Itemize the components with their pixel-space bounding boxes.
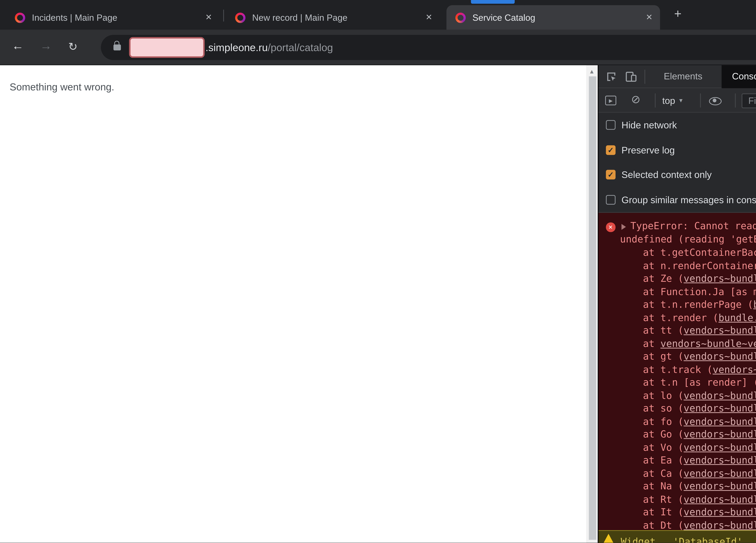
page-scrollbar[interactable]: ▲ <box>587 65 598 543</box>
stack-frame-link[interactable]: vendors~bundle~vendo…16636808a4e8.js:104 <box>684 480 756 492</box>
stack-frame-text: Ea ( <box>660 455 684 466</box>
stack-frame-link[interactable]: vendors~bundle~vendo…16636808a4e8.js:104 <box>684 416 756 427</box>
console-toolbar: ▶ ⊘ top▼ All levels▼ 1 Issue: 1 ⚙ <box>598 88 756 113</box>
stack-frame-text: at <box>643 455 660 466</box>
inspect-element-icon[interactable] <box>606 71 617 82</box>
browser-tab[interactable]: Service Catalog✕ <box>446 5 660 30</box>
tab-title: Service Catalog <box>472 12 641 23</box>
device-toolbar-icon[interactable] <box>625 71 637 82</box>
stack-frame-link[interactable]: vendors~bundle~vendo…816636808a4e8.js:16 <box>684 351 756 362</box>
stack-frame-link[interactable]: bundle.004ee08….js:1 <box>719 312 756 323</box>
stack-frame-text: at <box>643 480 660 492</box>
tab-elements[interactable]: Elements <box>656 65 710 88</box>
stack-frame: at Function.Ja [as map] (vendors~bundle~… <box>643 285 756 298</box>
stack-frame: at Dt (vendors~bundle~vendo…816636808a4e… <box>643 519 756 530</box>
simpleone-favicon <box>455 12 466 23</box>
stack-frame-text: t.getContainerBackgroundStyle ( <box>660 247 756 258</box>
stack-frame-link[interactable]: vendors~bundle~vendo…816636808a4e8.js:16 <box>684 325 756 336</box>
new-tab-button[interactable]: + <box>670 6 686 22</box>
stack-frame-text: lo ( <box>660 390 684 401</box>
simpleone-favicon <box>15 12 25 23</box>
checkbox-checked-icon[interactable]: ✓ <box>606 170 616 180</box>
stack-frame-link[interactable]: vendors~bundle~vendo…816636808a4e8.js:16 <box>684 519 756 530</box>
stack-frame-text: t.n.renderPage ( <box>660 299 753 310</box>
browser-toolbar: ← → ↻ .simpleone.ru/portal/catalog ☆ ⋮ <box>0 30 756 65</box>
stack-frame-link[interactable]: vendors~bundle~vendo…16636808a4e8.js:104 <box>684 403 756 414</box>
console-setting-checkbox[interactable]: ✓Selected context only <box>606 169 756 180</box>
console-setting-checkbox[interactable]: Group similar messages in console <box>606 194 756 205</box>
toolbar-divider <box>700 93 701 107</box>
back-button[interactable]: ← <box>12 39 24 53</box>
stack-frame-link[interactable]: vendors~bundle~vendo…816636808a4e8.js:16 <box>684 493 756 505</box>
stack-frame-link[interactable]: vendors~bundle~vendo…16636808a4e8.js:104 <box>684 468 756 479</box>
stack-frame-link[interactable]: bundle.004ee08….js:1 <box>753 299 756 310</box>
url-text[interactable]: .simpleone.ru/portal/catalog <box>205 42 333 53</box>
console-error-log: ✕ TypeError: Cannot read properties of v… <box>598 213 756 530</box>
stack-frame-link[interactable]: vendors~bundle~vendo…16636808a4e8.js:104 <box>684 442 756 453</box>
stack-frame-text: at <box>643 416 660 427</box>
reload-button[interactable]: ↻ <box>68 40 78 53</box>
stack-frame: at Ea (vendors~bundle~vendo…16636808a4e8… <box>643 454 756 467</box>
page-content: Something went wrong. <box>0 65 587 543</box>
stack-frame-link[interactable]: vendors~bundle~vendo…816636808a4e8.js:24 <box>684 273 756 284</box>
stack-frame-link[interactable]: vendors~bundle~vendo…816636808a4e8.js:16 <box>684 506 756 518</box>
stack-frame-link[interactable]: vendors~bundle~vendo…16636808a4e8.js:104 <box>684 429 756 440</box>
stack-frame: at Go (vendors~bundle~vendo…16636808a4e8… <box>643 428 756 441</box>
console-setting-checkbox[interactable]: ✓Preserve log <box>606 144 756 156</box>
stack-frame: at t.n [as render] (vendors~bundle~vendo… <box>643 376 756 389</box>
error-message-line1: TypeError: Cannot read properties of <box>630 220 756 231</box>
stack-frame: at It (vendors~bundle~vendo…816636808a4e… <box>643 506 756 519</box>
stack-frame: at fo (vendors~bundle~vendo…16636808a4e8… <box>643 415 756 428</box>
checkbox-unchecked-icon[interactable] <box>606 195 616 205</box>
stack-frame-text: Rt ( <box>660 493 684 505</box>
lock-icon[interactable] <box>113 44 121 50</box>
stack-frame-text: Ze ( <box>660 273 684 284</box>
stack-frame-link[interactable]: vendors~bundle~vendo…16636808a4e8.js:104 <box>684 390 756 401</box>
url-path: /portal/catalog <box>268 42 333 53</box>
page-scrollbar-thumb[interactable] <box>588 76 596 540</box>
checkbox-label: Selected context only <box>621 169 712 180</box>
scroll-up-icon[interactable]: ▲ <box>589 68 595 75</box>
stack-frame-text: t.track ( <box>660 364 713 375</box>
checkbox-checked-icon[interactable]: ✓ <box>606 145 616 155</box>
forward-button[interactable]: → <box>40 39 52 53</box>
error-icon: ✕ <box>606 222 615 232</box>
stack-frame-link[interactable]: vendors~bundle~vendo…16636808a4e8.js:104 <box>684 455 756 466</box>
stack-frame: at vendors~bundle~vendo…816636808a4e8.js… <box>643 337 756 350</box>
browser-window: Incidents | Main Page✕New record | Main … <box>0 0 756 543</box>
context-selector[interactable]: top▼ <box>662 88 684 114</box>
address-bar[interactable]: .simpleone.ru/portal/catalog ☆ <box>101 35 756 60</box>
stack-frame: at gt (vendors~bundle~vendo…816636808a4e… <box>643 350 756 363</box>
stack-frame-text: Go ( <box>660 429 684 440</box>
stack-frame: at so (vendors~bundle~vendo…16636808a4e8… <box>643 402 756 415</box>
chevron-down-icon: ▼ <box>678 97 684 104</box>
stack-frame-text: at <box>643 377 660 388</box>
stack-frame-text: fo ( <box>660 416 684 427</box>
browser-tab[interactable]: New record | Main Page✕ <box>226 5 440 30</box>
stack-frame-text: at <box>643 493 660 505</box>
tabs-container: Incidents | Main Page✕New record | Main … <box>6 5 660 30</box>
simpleone-favicon <box>235 12 246 23</box>
stack-frame: at Rt (vendors~bundle~vendo…816636808a4e… <box>643 493 756 506</box>
stack-frame-text: at <box>643 390 660 401</box>
stack-frame: at t.n.renderPage (bundle.004ee08….js:1) <box>643 298 756 311</box>
stack-frame-text: so ( <box>660 403 684 414</box>
stack-frame-text: Ca ( <box>660 468 684 479</box>
console-sidebar-toggle-icon[interactable]: ▶ <box>605 95 616 105</box>
stack-frame-link[interactable]: vendors~bundle~vendo…816636808a4e8.js:16 <box>713 364 756 375</box>
browser-tab[interactable]: Incidents | Main Page✕ <box>6 5 220 30</box>
stack-frame-link[interactable]: vendors~bundle~vendo…816636808a4e8.js:24 <box>660 338 756 349</box>
stack-frame: at Na (vendors~bundle~vendo…16636808a4e8… <box>643 480 756 493</box>
tab-close-icon[interactable]: ✕ <box>646 13 653 22</box>
live-expression-eye-icon[interactable] <box>709 97 722 105</box>
clear-console-icon[interactable]: ⊘ <box>631 93 640 106</box>
tab-console[interactable]: Console <box>722 65 756 88</box>
tab-close-icon[interactable]: ✕ <box>205 13 212 22</box>
console-filter-input[interactable] <box>742 93 756 108</box>
checkbox-unchecked-icon[interactable] <box>606 120 616 130</box>
expand-triangle-icon[interactable] <box>621 224 626 230</box>
stack-frame: at t.getContainerBackgroundStyle (bundle… <box>643 246 756 259</box>
stack-frame-text: n.renderContainer ( <box>660 260 756 271</box>
console-setting-checkbox[interactable]: Hide network <box>606 120 756 131</box>
tab-close-icon[interactable]: ✕ <box>425 13 432 22</box>
